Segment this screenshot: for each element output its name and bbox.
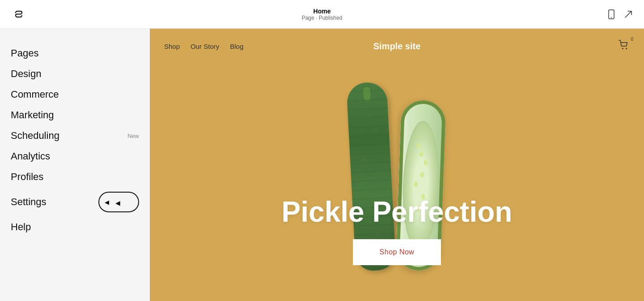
sidebar-item-marketing[interactable]: Marketing	[0, 105, 150, 125]
external-link-button[interactable]	[623, 9, 633, 19]
top-bar: Home Page · Published	[0, 0, 644, 29]
site-title: Simple site	[373, 41, 421, 52]
top-bar-left	[0, 6, 150, 22]
nav-link-our-story[interactable]: Our Story	[191, 43, 219, 50]
settings-arrow-box: ◀	[98, 192, 139, 212]
preview-area: Shop Our Story Blog Simple site 0	[150, 29, 644, 301]
nav-link-blog[interactable]: Blog	[230, 43, 243, 50]
sidebar-item-design[interactable]: Design	[0, 64, 150, 84]
site-nav-links: Shop Our Story Blog	[164, 43, 243, 50]
top-bar-right	[494, 9, 644, 19]
sidebar-item-settings[interactable]: Settings ◀	[0, 187, 150, 217]
sidebar-item-profiles[interactable]: Profiles	[0, 167, 150, 187]
sidebar-item-commerce[interactable]: Commerce	[0, 84, 150, 105]
nav-link-shop[interactable]: Shop	[164, 43, 180, 50]
sidebar-nav: Pages Design Commerce Marketing Scheduli…	[0, 43, 150, 237]
svg-point-2	[611, 17, 612, 18]
mobile-icon	[606, 9, 616, 19]
external-link-icon	[623, 9, 633, 19]
top-bar-center: Home Page · Published	[150, 8, 494, 21]
site-nav: Shop Our Story Blog Simple site 0	[150, 29, 644, 64]
sidebar: Pages Design Commerce Marketing Scheduli…	[0, 29, 150, 301]
main-layout: Pages Design Commerce Marketing Scheduli…	[0, 29, 644, 301]
sidebar-item-pages[interactable]: Pages	[0, 43, 150, 64]
svg-point-4	[626, 48, 627, 49]
page-title: Home	[314, 8, 331, 15]
mobile-preview-button[interactable]	[606, 9, 616, 19]
svg-point-3	[622, 48, 623, 49]
shop-now-button[interactable]: Shop Now	[353, 239, 441, 265]
hero-content: Pickle Perfection Shop Now	[150, 195, 644, 265]
settings-indicator: ◀	[92, 192, 139, 212]
preview-frame: Shop Our Story Blog Simple site 0	[150, 29, 644, 301]
scheduling-badge: New	[127, 133, 139, 139]
page-status: Page · Published	[302, 15, 343, 21]
cart-count: 0	[631, 37, 633, 42]
hero-title: Pickle Perfection	[282, 195, 513, 228]
sidebar-item-analytics[interactable]: Analytics	[0, 146, 150, 167]
sidebar-item-help[interactable]: Help	[0, 217, 150, 237]
squarespace-logo-icon[interactable]	[11, 6, 27, 22]
sidebar-item-scheduling[interactable]: Scheduling New	[0, 125, 150, 146]
cart-icon-wrap[interactable]: 0	[618, 39, 630, 53]
cart-icon	[618, 39, 630, 51]
